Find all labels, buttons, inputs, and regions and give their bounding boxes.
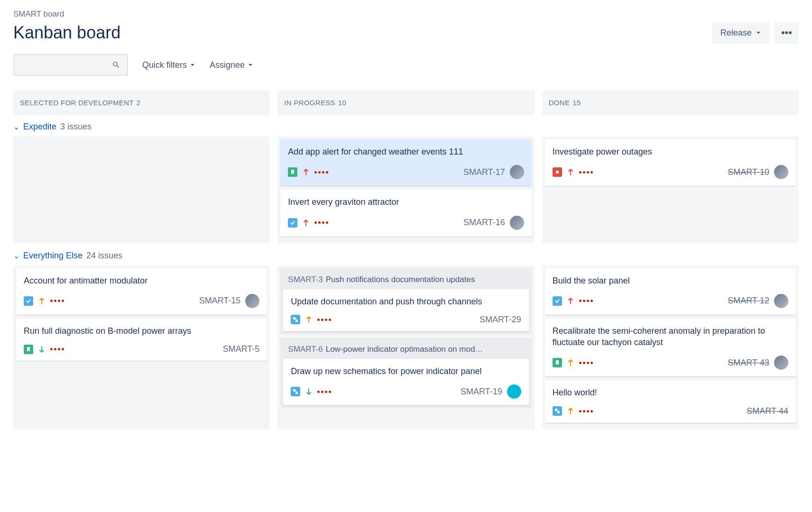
dots-icon bbox=[579, 410, 593, 412]
swimlane-toggle[interactable]: ⌄Everything Else 24 issues bbox=[13, 251, 799, 261]
column-count: 2 bbox=[137, 99, 141, 107]
issue-card[interactable]: Update documentation and push through ch… bbox=[283, 289, 528, 331]
issue-key[interactable]: SMART-43 bbox=[728, 358, 769, 368]
card-meta bbox=[553, 296, 593, 306]
column-dropzone[interactable]: Build the solar panelSMART-12Recalibrate… bbox=[542, 265, 799, 430]
card-title: Recalibrate the semi-coherent anomaly in… bbox=[553, 325, 788, 348]
priority-high-red-icon bbox=[302, 219, 310, 227]
issue-key[interactable]: SMART-17 bbox=[463, 167, 505, 177]
card-title: Run full diagnostic on B-model power arr… bbox=[24, 325, 259, 337]
assignee-dropdown[interactable]: Assignee bbox=[210, 60, 253, 70]
priority-high-orange-icon bbox=[38, 297, 46, 305]
quick-filters-label: Quick filters bbox=[142, 60, 187, 70]
column-dropzone[interactable]: Account for antimatter modulatorSMART-15… bbox=[13, 265, 270, 430]
search-input[interactable] bbox=[13, 54, 128, 76]
issue-key[interactable]: SMART-29 bbox=[480, 315, 521, 325]
issue-card[interactable]: Invert every graviton attractorSMART-16 bbox=[280, 190, 531, 236]
filters-row: Quick filters Assignee bbox=[13, 54, 799, 76]
priority-high-red-icon bbox=[567, 168, 574, 176]
priority-low-green-icon bbox=[38, 345, 46, 354]
svg-rect-0 bbox=[556, 171, 559, 174]
issue-card[interactable]: Add app alert for changed weather events… bbox=[280, 139, 531, 186]
swimlane-count: 3 issues bbox=[60, 122, 92, 132]
more-button[interactable]: ••• bbox=[775, 22, 799, 44]
story-type-icon bbox=[24, 345, 33, 354]
priority-low-green-icon bbox=[305, 387, 313, 396]
card-right: SMART-43 bbox=[728, 356, 788, 370]
avatar[interactable] bbox=[245, 294, 259, 308]
card-meta bbox=[288, 167, 328, 177]
issue-key[interactable]: SMART-44 bbox=[747, 406, 788, 416]
breadcrumb[interactable]: SMART board bbox=[13, 9, 799, 19]
issue-key[interactable]: SMART-19 bbox=[461, 387, 502, 397]
avatar[interactable] bbox=[510, 165, 524, 179]
issue-card[interactable]: Account for antimatter modulatorSMART-15 bbox=[16, 268, 267, 315]
parent-title: Push notifications documentation updates bbox=[326, 275, 475, 284]
issue-key[interactable]: SMART-5 bbox=[223, 344, 260, 354]
story-type-icon bbox=[553, 358, 562, 367]
board: ⌄Expedite 3 issuesAdd app alert for chan… bbox=[13, 122, 799, 430]
issue-key[interactable]: SMART-10 bbox=[728, 167, 769, 177]
issue-card[interactable]: Hello world!SMART-44 bbox=[545, 380, 796, 422]
issue-card[interactable]: Build the solar panelSMART-12 bbox=[545, 268, 796, 315]
card-meta bbox=[553, 406, 593, 416]
card-footer: SMART-44 bbox=[553, 406, 788, 416]
svg-rect-7 bbox=[555, 409, 557, 411]
subtask-group[interactable]: SMART-6Low-power indicator optimasation … bbox=[280, 338, 531, 408]
priority-high-orange-icon bbox=[567, 358, 574, 367]
card-meta bbox=[553, 167, 593, 177]
column-dropzone[interactable]: SMART-3Push notifications documentation … bbox=[277, 265, 534, 430]
subtask-parent[interactable]: SMART-3Push notifications documentation … bbox=[283, 271, 528, 289]
svg-rect-2 bbox=[295, 320, 298, 322]
bug-type-icon bbox=[553, 167, 562, 177]
task-type-icon bbox=[288, 218, 297, 228]
card-footer: SMART-5 bbox=[24, 344, 259, 354]
priority-high-red-icon bbox=[567, 297, 574, 305]
avatar[interactable] bbox=[774, 356, 788, 370]
card-title: Update documentation and push through ch… bbox=[291, 296, 521, 307]
avatar[interactable] bbox=[510, 216, 524, 230]
subtask-group[interactable]: SMART-3Push notifications documentation … bbox=[280, 268, 531, 334]
issue-key[interactable]: SMART-15 bbox=[199, 296, 241, 306]
column-count: 10 bbox=[338, 99, 346, 107]
avatar[interactable] bbox=[507, 384, 521, 399]
card-right: SMART-44 bbox=[747, 406, 788, 416]
column-dropzone[interactable] bbox=[13, 137, 270, 243]
parent-title: Low-power indicator optimasation on mod… bbox=[326, 345, 483, 354]
dots-icon bbox=[579, 362, 593, 364]
subtask-parent[interactable]: SMART-6Low-power indicator optimasation … bbox=[283, 341, 528, 359]
column-header[interactable]: SELECTED FOR DEVELOPMENT2 bbox=[13, 90, 270, 115]
card-meta bbox=[288, 218, 328, 228]
story-type-icon bbox=[288, 167, 297, 177]
assignee-label: Assignee bbox=[210, 60, 245, 70]
card-footer: SMART-12 bbox=[553, 294, 788, 308]
card-right: SMART-12 bbox=[728, 294, 788, 308]
issue-card[interactable]: Recalibrate the semi-coherent anomaly in… bbox=[545, 319, 796, 377]
issue-card[interactable]: Investigate power outagesSMART-10 bbox=[545, 139, 796, 186]
issue-card[interactable]: Draw up new schematics for power indicat… bbox=[283, 359, 528, 405]
priority-high-orange-icon bbox=[567, 407, 574, 415]
avatar[interactable] bbox=[774, 165, 788, 179]
issue-card[interactable]: Run full diagnostic on B-model power arr… bbox=[16, 319, 267, 361]
swimlane-name: Expedite bbox=[23, 122, 56, 132]
card-right: SMART-29 bbox=[480, 315, 521, 325]
swimlane-toggle[interactable]: ⌄Expedite 3 issues bbox=[13, 122, 799, 132]
dots-icon bbox=[317, 319, 331, 321]
avatar[interactable] bbox=[774, 294, 788, 308]
chevron-down-icon bbox=[756, 30, 761, 36]
column-header[interactable]: DONE15 bbox=[542, 90, 799, 115]
column-header[interactable]: IN PROGRESS10 bbox=[277, 90, 534, 115]
dots-icon bbox=[50, 348, 64, 350]
issue-key[interactable]: SMART-16 bbox=[463, 218, 505, 228]
quick-filters-dropdown[interactable]: Quick filters bbox=[142, 60, 195, 70]
release-button[interactable]: Release bbox=[712, 22, 770, 44]
column-dropzone[interactable]: Investigate power outagesSMART-10 bbox=[542, 137, 799, 243]
column-dropzone[interactable]: Add app alert for changed weather events… bbox=[277, 137, 534, 243]
card-right: SMART-16 bbox=[463, 216, 524, 230]
column-name: IN PROGRESS bbox=[284, 99, 335, 107]
column-name: DONE bbox=[549, 99, 570, 107]
card-meta bbox=[24, 345, 64, 354]
card-meta bbox=[553, 358, 593, 367]
issue-key[interactable]: SMART-12 bbox=[728, 296, 769, 306]
column-count: 15 bbox=[572, 99, 581, 107]
